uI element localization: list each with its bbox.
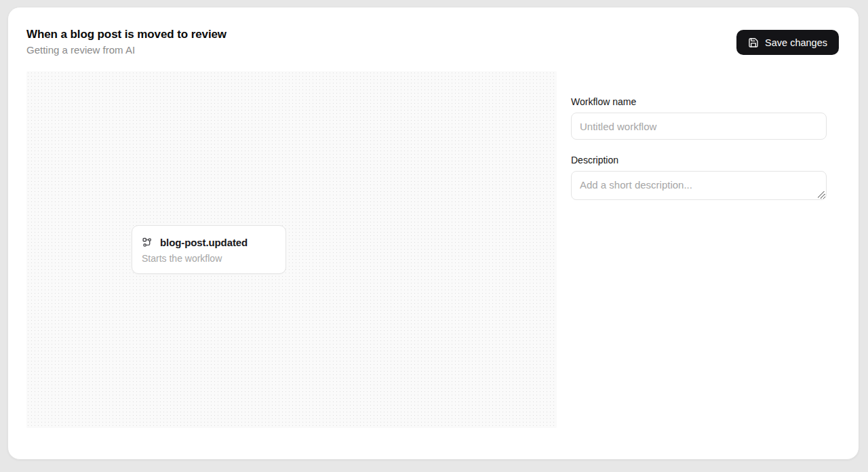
save-changes-button[interactable]: Save changes xyxy=(736,30,839,55)
trigger-node-title: blog-post.updated xyxy=(160,237,248,248)
workflow-name-input[interactable] xyxy=(571,113,827,140)
workflow-icon xyxy=(142,237,153,248)
description-textarea[interactable] xyxy=(571,171,827,200)
trigger-node-subtitle: Starts the workflow xyxy=(142,253,276,264)
trigger-node-header: blog-post.updated xyxy=(142,237,276,248)
save-icon xyxy=(748,37,759,48)
page-title: When a blog post is moved to review xyxy=(26,28,226,41)
description-label: Description xyxy=(571,155,827,165)
workflow-name-label: Workflow name xyxy=(571,96,827,107)
settings-panel: Workflow name Description xyxy=(571,96,827,200)
field-gap xyxy=(571,140,827,155)
description-field-wrap xyxy=(571,171,827,200)
save-button-label: Save changes xyxy=(765,37,827,48)
workflow-canvas[interactable]: blog-post.updated Starts the workflow xyxy=(26,71,557,428)
page-subtitle: Getting a review from AI xyxy=(26,43,226,56)
page-header: When a blog post is moved to review Gett… xyxy=(26,28,226,56)
trigger-node[interactable]: blog-post.updated Starts the workflow xyxy=(132,225,286,274)
app-card: When a blog post is moved to review Gett… xyxy=(7,7,859,460)
